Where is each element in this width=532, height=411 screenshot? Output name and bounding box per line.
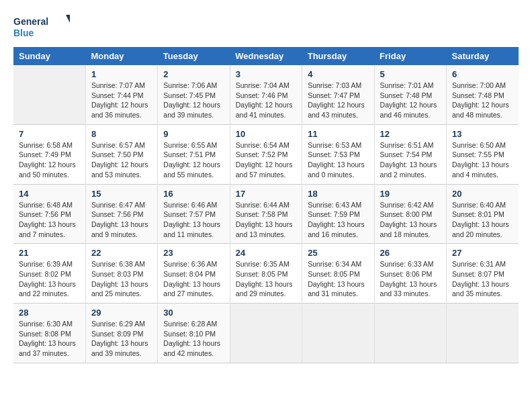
day-number: 19 xyxy=(380,189,441,199)
day-number: 22 xyxy=(91,248,152,258)
cell-info: Sunrise: 6:40 AMSunset: 8:01 PMDaylight:… xyxy=(452,200,513,240)
cell-info: Sunrise: 6:30 AMSunset: 8:08 PMDaylight:… xyxy=(19,319,80,359)
cell-info: Sunrise: 6:53 AMSunset: 7:53 PMDaylight:… xyxy=(308,140,368,180)
cell-info: Sunrise: 6:35 AMSunset: 8:05 PMDaylight:… xyxy=(236,259,296,299)
day-number: 6 xyxy=(452,69,513,79)
cell-info: Sunrise: 6:47 AMSunset: 7:56 PMDaylight:… xyxy=(91,200,152,240)
svg-text:Blue: Blue xyxy=(13,28,34,38)
calendar-cell: 16Sunrise: 6:46 AMSunset: 7:57 PMDayligh… xyxy=(158,184,230,244)
cell-info: Sunrise: 6:31 AMSunset: 8:07 PMDaylight:… xyxy=(452,259,513,299)
cell-info: Sunrise: 6:48 AMSunset: 7:56 PMDaylight:… xyxy=(19,200,80,240)
day-number: 3 xyxy=(236,69,296,79)
cell-info: Sunrise: 7:00 AMSunset: 7:48 PMDaylight:… xyxy=(452,81,513,120)
calendar-cell: 7Sunrise: 6:58 AMSunset: 7:49 PMDaylight… xyxy=(13,124,85,184)
calendar-cell: 30Sunrise: 6:28 AMSunset: 8:10 PMDayligh… xyxy=(158,304,230,363)
day-number: 1 xyxy=(91,69,152,79)
logo-icon: General Blue xyxy=(13,13,74,40)
cell-info: Sunrise: 7:04 AMSunset: 7:46 PMDaylight:… xyxy=(236,81,296,120)
weekday-header: Monday xyxy=(85,47,157,65)
calendar-cell: 5Sunrise: 7:01 AMSunset: 7:48 PMDaylight… xyxy=(374,65,446,124)
calendar-cell xyxy=(13,65,85,124)
day-number: 30 xyxy=(163,308,224,318)
calendar-cell: 21Sunrise: 6:39 AMSunset: 8:02 PMDayligh… xyxy=(13,244,85,304)
calendar-week-row: 1Sunrise: 7:07 AMSunset: 7:44 PMDaylight… xyxy=(13,65,519,124)
calendar-cell: 8Sunrise: 6:57 AMSunset: 7:50 PMDaylight… xyxy=(85,124,157,184)
day-number: 5 xyxy=(380,69,441,79)
cell-info: Sunrise: 6:57 AMSunset: 7:50 PMDaylight:… xyxy=(91,140,152,180)
calendar-week-row: 28Sunrise: 6:30 AMSunset: 8:08 PMDayligh… xyxy=(13,304,519,363)
calendar-cell: 25Sunrise: 6:34 AMSunset: 8:05 PMDayligh… xyxy=(302,244,374,304)
cell-info: Sunrise: 6:34 AMSunset: 8:05 PMDaylight:… xyxy=(308,259,368,299)
calendar-week-row: 7Sunrise: 6:58 AMSunset: 7:49 PMDaylight… xyxy=(13,124,519,184)
calendar-week-row: 14Sunrise: 6:48 AMSunset: 7:56 PMDayligh… xyxy=(13,184,519,244)
weekday-header: Saturday xyxy=(447,47,519,65)
calendar-cell xyxy=(302,304,374,363)
day-number: 28 xyxy=(19,308,80,318)
cell-info: Sunrise: 7:06 AMSunset: 7:45 PMDaylight:… xyxy=(163,81,224,120)
cell-info: Sunrise: 6:43 AMSunset: 7:59 PMDaylight:… xyxy=(308,200,368,240)
cell-info: Sunrise: 6:39 AMSunset: 8:02 PMDaylight:… xyxy=(19,259,80,299)
day-number: 29 xyxy=(91,308,152,318)
calendar-week-row: 21Sunrise: 6:39 AMSunset: 8:02 PMDayligh… xyxy=(13,244,519,304)
calendar-table: SundayMondayTuesdayWednesdayThursdayFrid… xyxy=(13,47,519,363)
calendar-cell: 19Sunrise: 6:42 AMSunset: 8:00 PMDayligh… xyxy=(374,184,446,244)
calendar-cell xyxy=(447,304,519,363)
weekday-header: Sunday xyxy=(13,47,85,65)
calendar-cell: 1Sunrise: 7:07 AMSunset: 7:44 PMDaylight… xyxy=(85,65,157,124)
calendar-cell: 20Sunrise: 6:40 AMSunset: 8:01 PMDayligh… xyxy=(447,184,519,244)
calendar-cell: 10Sunrise: 6:54 AMSunset: 7:52 PMDayligh… xyxy=(230,124,302,184)
calendar-cell: 22Sunrise: 6:38 AMSunset: 8:03 PMDayligh… xyxy=(85,244,157,304)
day-number: 8 xyxy=(91,129,152,139)
day-number: 4 xyxy=(308,69,368,79)
cell-info: Sunrise: 6:29 AMSunset: 8:09 PMDaylight:… xyxy=(91,319,152,359)
calendar-cell: 26Sunrise: 6:33 AMSunset: 8:06 PMDayligh… xyxy=(374,244,446,304)
calendar-cell: 6Sunrise: 7:00 AMSunset: 7:48 PMDaylight… xyxy=(447,65,519,124)
cell-info: Sunrise: 6:38 AMSunset: 8:03 PMDaylight:… xyxy=(91,259,152,299)
cell-info: Sunrise: 6:33 AMSunset: 8:06 PMDaylight:… xyxy=(380,259,441,299)
calendar-cell: 2Sunrise: 7:06 AMSunset: 7:45 PMDaylight… xyxy=(158,65,230,124)
day-number: 12 xyxy=(380,129,441,139)
calendar-cell: 18Sunrise: 6:43 AMSunset: 7:59 PMDayligh… xyxy=(302,184,374,244)
day-number: 24 xyxy=(236,248,296,258)
cell-info: Sunrise: 7:01 AMSunset: 7:48 PMDaylight:… xyxy=(380,81,441,120)
svg-text:General: General xyxy=(13,16,48,27)
weekday-header: Tuesday xyxy=(158,47,230,65)
cell-info: Sunrise: 6:55 AMSunset: 7:51 PMDaylight:… xyxy=(163,140,224,180)
calendar-cell: 24Sunrise: 6:35 AMSunset: 8:05 PMDayligh… xyxy=(230,244,302,304)
calendar-cell: 9Sunrise: 6:55 AMSunset: 7:51 PMDaylight… xyxy=(158,124,230,184)
day-number: 27 xyxy=(452,248,513,258)
calendar-cell: 29Sunrise: 6:29 AMSunset: 8:09 PMDayligh… xyxy=(85,304,157,363)
weekday-header: Wednesday xyxy=(230,47,302,65)
header: General Blue xyxy=(13,13,519,40)
day-number: 13 xyxy=(452,129,513,139)
calendar-cell: 23Sunrise: 6:36 AMSunset: 8:04 PMDayligh… xyxy=(158,244,230,304)
day-number: 9 xyxy=(163,129,224,139)
day-number: 15 xyxy=(91,189,152,199)
day-number: 16 xyxy=(163,189,224,199)
day-number: 17 xyxy=(236,189,296,199)
day-number: 2 xyxy=(163,69,224,79)
svg-marker-3 xyxy=(66,15,70,23)
cell-info: Sunrise: 6:54 AMSunset: 7:52 PMDaylight:… xyxy=(236,140,296,180)
day-number: 25 xyxy=(308,248,368,258)
cell-info: Sunrise: 6:36 AMSunset: 8:04 PMDaylight:… xyxy=(163,259,224,299)
calendar-cell: 14Sunrise: 6:48 AMSunset: 7:56 PMDayligh… xyxy=(13,184,85,244)
day-number: 11 xyxy=(308,129,368,139)
weekday-header: Thursday xyxy=(302,47,374,65)
weekday-header: Friday xyxy=(374,47,446,65)
calendar-cell: 4Sunrise: 7:03 AMSunset: 7:47 PMDaylight… xyxy=(302,65,374,124)
calendar-cell: 12Sunrise: 6:51 AMSunset: 7:54 PMDayligh… xyxy=(374,124,446,184)
cell-info: Sunrise: 6:50 AMSunset: 7:55 PMDaylight:… xyxy=(452,140,513,180)
calendar-cell: 15Sunrise: 6:47 AMSunset: 7:56 PMDayligh… xyxy=(85,184,157,244)
header-row: SundayMondayTuesdayWednesdayThursdayFrid… xyxy=(13,47,519,65)
day-number: 7 xyxy=(19,129,80,139)
calendar-cell: 27Sunrise: 6:31 AMSunset: 8:07 PMDayligh… xyxy=(447,244,519,304)
calendar-cell: 11Sunrise: 6:53 AMSunset: 7:53 PMDayligh… xyxy=(302,124,374,184)
calendar-cell: 17Sunrise: 6:44 AMSunset: 7:58 PMDayligh… xyxy=(230,184,302,244)
day-number: 20 xyxy=(452,189,513,199)
day-number: 18 xyxy=(308,189,368,199)
day-number: 26 xyxy=(380,248,441,258)
day-number: 14 xyxy=(19,189,80,199)
cell-info: Sunrise: 6:58 AMSunset: 7:49 PMDaylight:… xyxy=(19,140,80,180)
calendar-cell xyxy=(230,304,302,363)
